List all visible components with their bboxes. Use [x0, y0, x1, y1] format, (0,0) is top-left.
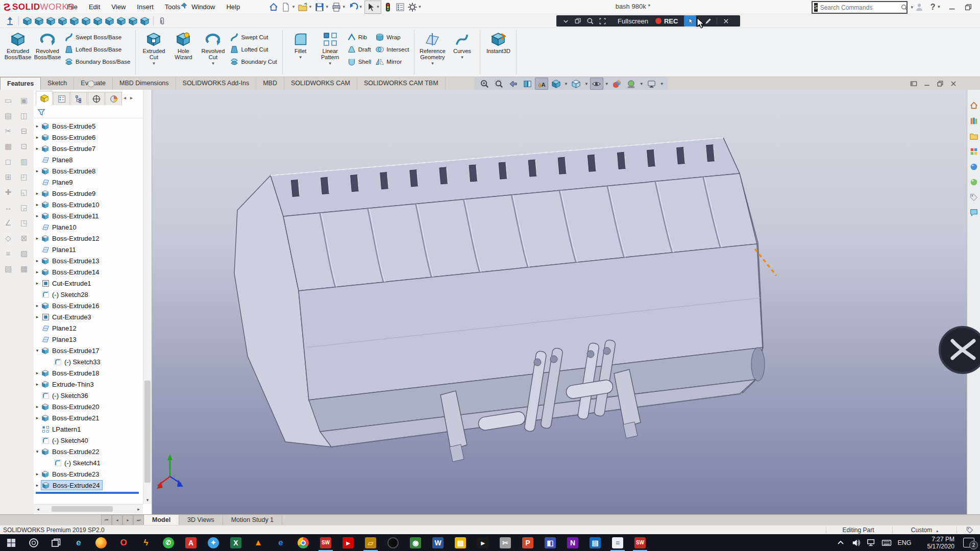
menu-view[interactable]: View [106, 0, 131, 14]
minimize-button[interactable] [945, 1, 959, 13]
cursor-highlight-icon[interactable] [684, 15, 696, 27]
tree-item[interactable]: Plane13 [34, 334, 143, 345]
tree-item[interactable]: ▸Cut-Extrude1 [34, 278, 143, 289]
panel-resize-knob[interactable] [88, 81, 94, 87]
taskbar-app-file-explorer-icon[interactable]: ▱ [359, 534, 382, 551]
left-tool-icon-col2-3[interactable]: ⊟ [18, 126, 30, 136]
tree-item[interactable]: ▸Boss-Extrude18 [34, 367, 143, 379]
left-tool-icon-col1-10[interactable]: ◇ [3, 233, 14, 243]
expand-arrow-icon[interactable]: ▸ [34, 269, 41, 274]
left-tool-icon-col2-1[interactable]: ▣ [18, 95, 30, 106]
hole-wizard-button[interactable]: Hole Wizard [168, 30, 198, 60]
tab-sketch[interactable]: Sketch [41, 77, 74, 90]
view-isometric-icon[interactable] [93, 16, 103, 26]
dropdown-arrow-icon[interactable]: ▼ [660, 82, 664, 86]
expand-arrow-icon[interactable]: ▸ [34, 303, 41, 308]
model-tab-3d-views[interactable]: 3D Views [179, 515, 223, 525]
taskbar-app-notepad-icon[interactable]: ≡ [606, 534, 629, 551]
display-style-icon[interactable] [570, 78, 583, 90]
left-tool-icon-col2-6[interactable]: ◰ [18, 171, 30, 182]
bucket-part-model[interactable] [152, 90, 980, 514]
menu-insert[interactable]: Insert [131, 0, 159, 14]
expand-arrow-icon[interactable]: ▸ [34, 135, 41, 140]
restore-button[interactable] [962, 1, 975, 13]
file-properties-icon[interactable] [395, 1, 406, 13]
left-tool-icon-col2-8[interactable]: ◲ [18, 202, 30, 213]
task-view-icon[interactable] [45, 534, 67, 551]
windows-start-icon[interactable] [0, 534, 22, 551]
taskbar-app-firefox-icon[interactable] [90, 534, 112, 551]
tree-item[interactable]: ▸Boss-Extrude16 [34, 300, 143, 311]
model-tab-motion-study-1[interactable]: Motion Study 1 [223, 515, 282, 525]
minimize-doc-icon[interactable] [923, 80, 931, 88]
left-tool-icon-col2-4[interactable]: ⊡ [18, 141, 30, 152]
view-dimetric-icon[interactable] [116, 16, 126, 26]
left-tool-icon-col1-6[interactable]: ⊞ [3, 171, 14, 182]
expand-arrow-icon[interactable]: ▸ [34, 281, 41, 286]
tree-item[interactable]: (-) Sketch36 [34, 390, 143, 401]
left-tool-icon-col2-5[interactable]: ▥ [18, 156, 30, 167]
tab-solidworks-cam-tbm[interactable]: SOLIDWORKS CAM TBM [357, 77, 446, 90]
tree-item-label[interactable]: Cut-Extrude1 [52, 279, 93, 288]
draft-button[interactable]: Draft [345, 44, 374, 55]
left-tool-icon-col1-1[interactable]: ▭ [3, 95, 14, 106]
left-tool-icon-col2-7[interactable]: ◱ [18, 187, 30, 197]
left-tool-icon-col1-12[interactable]: ▧ [3, 263, 14, 274]
tree-item-label[interactable]: Boss-Extrude22 [52, 447, 102, 456]
first-tab-icon[interactable]: ⏮ [101, 515, 112, 525]
tree-item-label[interactable]: Boss-Extrude16 [52, 302, 102, 310]
notification-center-icon[interactable]: 2 [958, 534, 980, 551]
network-icon[interactable] [864, 534, 879, 551]
tree-item-label[interactable]: Boss-Extrude24 [52, 481, 102, 490]
taskbar-app-excel-icon[interactable]: X [225, 534, 247, 551]
taskbar-app-movies-tv-icon[interactable]: ▸ [472, 534, 494, 551]
tree-item[interactable]: Plane10 [34, 221, 143, 233]
lofted-boss-base-button[interactable]: Lofted Boss/Base [62, 44, 132, 55]
tag-icon[interactable] [966, 526, 974, 534]
taskbar-app-adobe-icon[interactable]: A [180, 534, 202, 551]
dock-panel-icon[interactable] [910, 80, 918, 88]
language-indicator[interactable]: ENG [894, 539, 915, 546]
tree-item-label[interactable]: Boss-Extrude17 [52, 346, 102, 355]
tree-item-label[interactable]: (-) Sketch41 [64, 459, 103, 467]
view-top-icon[interactable] [69, 16, 79, 26]
tree-item-label[interactable]: Boss-Extrude18 [52, 369, 102, 378]
scenes-icon[interactable] [969, 178, 978, 187]
dropdown-arrow-icon[interactable]: ▼ [605, 82, 609, 86]
left-tool-icon-col2-12[interactable]: ▩ [18, 263, 30, 274]
taskbar-app-internet-explorer-icon[interactable]: e [67, 534, 90, 551]
new-file-icon[interactable]: ▼ [280, 1, 296, 13]
tree-item-label[interactable]: Boss-Extrude9 [52, 189, 97, 198]
expand-arrow-icon[interactable]: ▸ [34, 370, 41, 375]
view-orientation-icon[interactable] [549, 78, 562, 90]
edit-appearance-icon[interactable] [610, 78, 624, 90]
attachment-clip-icon[interactable] [157, 16, 167, 26]
tree-item-label[interactable]: Extrude-Thin3 [52, 380, 96, 389]
tree-item-label[interactable]: Boss-Extrude20 [52, 403, 102, 411]
3dconnexion-widget[interactable] [938, 325, 980, 374]
dropdown-arrow-icon[interactable]: ▼ [564, 82, 568, 86]
print-icon[interactable]: ▼ [331, 1, 347, 13]
intersect-button[interactable]: Intersect [373, 44, 411, 55]
region-select-icon[interactable] [596, 15, 608, 27]
menu-file[interactable]: File [61, 0, 83, 14]
taskbar-app-opera-icon[interactable]: O [112, 534, 135, 551]
select-cursor-icon[interactable]: ▼ [364, 1, 381, 14]
left-tool-icon-col2-2[interactable]: ◫ [18, 110, 30, 121]
rec-label[interactable]: REC [664, 17, 678, 25]
hscroll-right-arrow-icon[interactable]: ▸ [134, 507, 143, 512]
view-trimetric-icon[interactable] [105, 16, 114, 26]
window-capture-icon[interactable] [572, 15, 584, 27]
user-account-icon[interactable] [913, 1, 926, 13]
expand-arrow-icon[interactable]: ▸ [34, 382, 41, 387]
close-icon[interactable] [720, 15, 732, 27]
view-bottom-icon[interactable] [81, 16, 91, 26]
view-right-icon[interactable] [58, 16, 67, 26]
task-pane-home-icon[interactable] [969, 101, 978, 110]
tree-item[interactable]: (-) Sketch40 [34, 435, 143, 446]
tree-item-label[interactable]: Boss-Extrude23 [52, 470, 102, 479]
tree-item-label[interactable]: Boss-Extrude8 [52, 167, 97, 176]
zoom-to-fit-icon[interactable] [478, 78, 491, 90]
left-tool-icon-col2-11[interactable]: ▨ [18, 248, 30, 259]
file-explorer-icon[interactable] [969, 132, 978, 141]
